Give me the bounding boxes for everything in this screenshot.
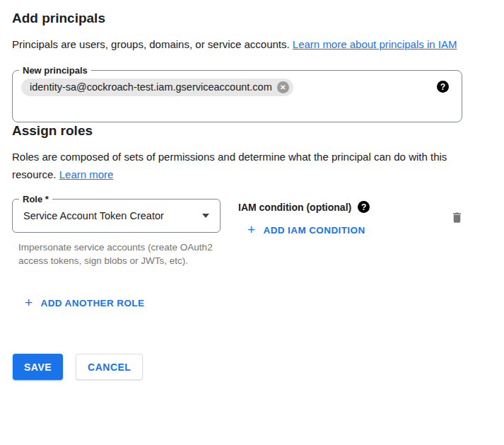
role-selected-value: Service Account Token Creator: [23, 210, 202, 221]
new-principals-label: New principals: [19, 64, 91, 76]
delete-role-button[interactable]: [450, 210, 464, 225]
add-another-role-button[interactable]: + ADD ANOTHER ROLE: [25, 297, 144, 308]
assign-roles-title: Assign roles: [12, 122, 504, 139]
roles-description: Roles are composed of sets of permission…: [12, 148, 473, 183]
dialog-actions: SAVE CANCEL: [13, 354, 504, 380]
principal-chip: identity-sa@cockroach-test.iam.gservicea…: [21, 79, 293, 96]
learn-more-principals-link[interactable]: Learn more about principals in IAM: [293, 38, 457, 50]
principals-description-text: Principals are users, groups, domains, o…: [12, 38, 293, 50]
add-another-role-row: + ADD ANOTHER ROLE: [25, 297, 504, 310]
learn-more-roles-link[interactable]: Learn more: [59, 168, 114, 180]
plus-icon: +: [25, 297, 33, 308]
add-iam-condition-button[interactable]: + ADD IAM CONDITION: [247, 224, 365, 236]
iam-condition-label: IAM condition (optional): [238, 202, 351, 213]
add-principals-panel: Add principals Principals are users, gro…: [0, 0, 504, 380]
new-principals-input[interactable]: New principals identity-sa@cockroach-tes…: [12, 70, 462, 122]
trash-icon: [450, 210, 464, 225]
add-another-role-label: ADD ANOTHER ROLE: [41, 298, 145, 308]
chip-remove-icon[interactable]: ✕: [277, 81, 289, 93]
role-column: Role * Service Account Token Creator Imp…: [12, 199, 221, 267]
role-label: Role *: [19, 193, 52, 205]
principal-chip-value: identity-sa@cockroach-test.iam.gservicea…: [30, 81, 272, 94]
add-iam-condition-label: ADD IAM CONDITION: [264, 225, 365, 236]
role-row: Role * Service Account Token Creator Imp…: [12, 199, 504, 267]
cancel-button[interactable]: CANCEL: [76, 354, 143, 380]
plus-icon: +: [247, 224, 256, 236]
iam-condition-column: IAM condition (optional) ? + ADD IAM CON…: [238, 199, 450, 237]
save-button[interactable]: SAVE: [13, 354, 63, 380]
page-title: Add principals: [12, 10, 504, 27]
iam-condition-help-icon[interactable]: ?: [358, 201, 370, 213]
role-helper-text: Impersonate service accounts (create OAu…: [18, 241, 215, 267]
role-select[interactable]: Role * Service Account Token Creator: [12, 199, 221, 233]
principals-help-icon[interactable]: ?: [437, 81, 449, 93]
chevron-down-icon: [202, 214, 209, 218]
principals-description: Principals are users, groups, domains, o…: [12, 35, 473, 53]
iam-condition-label-row: IAM condition (optional) ?: [238, 201, 450, 213]
